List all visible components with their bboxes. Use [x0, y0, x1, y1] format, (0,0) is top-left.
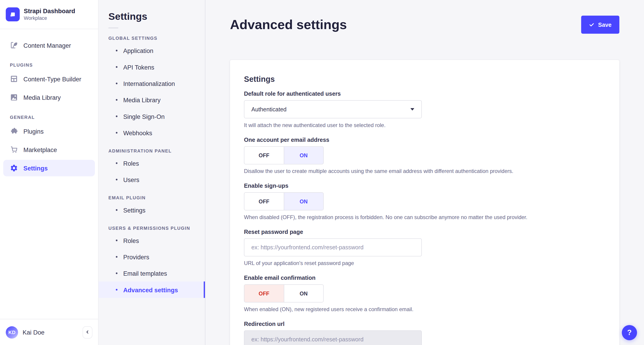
field-label: Redirection url	[244, 320, 606, 327]
brand-text: Strapi Dashboard Workplace	[24, 8, 75, 21]
subnav-item-media-library[interactable]: Media Library	[98, 92, 205, 108]
sidebar-user-footer: KD Kai Doe	[0, 319, 98, 345]
toggle-off-option[interactable]: OFF	[244, 147, 284, 164]
toggle-off-option[interactable]: OFF	[244, 193, 284, 210]
help-button[interactable]: ?	[622, 325, 637, 340]
settings-card: Settings Default role for authenticated …	[230, 60, 620, 345]
default-role-select[interactable]: Authenticated	[244, 100, 422, 118]
sidebar-item-plugins[interactable]: Plugins	[3, 123, 95, 139]
sidebar-item-label: Plugins	[24, 128, 44, 135]
sidebar-item-label: Content-Type Builder	[24, 76, 81, 83]
media-library-icon	[10, 93, 18, 101]
reset-password-page-input[interactable]	[244, 238, 422, 257]
field-hint: It will attach the new authenticated use…	[244, 122, 606, 128]
page-title: Advanced settings	[230, 16, 347, 33]
redirection-url-input	[244, 330, 422, 345]
strapi-logo-icon	[6, 8, 20, 21]
subnav-item-webhooks[interactable]: Webhooks	[98, 125, 205, 141]
subnav-item-admin-users[interactable]: Users	[98, 171, 205, 188]
bullet-icon	[116, 179, 118, 180]
field-label: Enable email confirmation	[244, 274, 606, 281]
bullet-icon	[116, 162, 118, 164]
bullet-icon	[116, 256, 118, 257]
sidebar-item-media-library[interactable]: Media Library	[3, 89, 95, 106]
content-type-builder-icon	[10, 75, 18, 83]
subnav-item-providers[interactable]: Providers	[98, 249, 205, 265]
subnav-item-admin-roles[interactable]: Roles	[98, 155, 205, 171]
collapse-sidebar-button[interactable]	[82, 326, 92, 338]
sidebar-item-label: Media Library	[24, 94, 61, 101]
toggle-on-option[interactable]: ON	[284, 147, 323, 164]
sidebar-item-label: Content Manager	[24, 42, 71, 49]
bullet-icon	[116, 83, 118, 84]
field-hint: Disallow the user to create multiple acc…	[244, 168, 606, 174]
one-account-per-email-toggle: OFF ON	[244, 146, 324, 165]
sidebar-item-label: Settings	[24, 165, 48, 172]
subnav-section-title: EMAIL PLUGIN	[108, 195, 195, 200]
subnav-item-label: Single Sign-On	[123, 113, 164, 120]
field-reset-password-page: Reset password page URL of your applicat…	[244, 228, 606, 266]
subnav-item-label: Application	[123, 47, 153, 54]
field-label: One account per email address	[244, 136, 606, 143]
subnav-item-label: Roles	[123, 160, 139, 167]
subnav-section-global-settings: GLOBAL SETTINGS Application API Tokens I…	[98, 36, 205, 141]
field-enable-email-confirmation: Enable email confirmation OFF ON When en…	[244, 274, 606, 312]
subnav-item-label: Internationalization	[123, 80, 175, 87]
settings-subnav: Settings GLOBAL SETTINGS Application API…	[98, 0, 205, 345]
brand-workspace: Workplace	[24, 15, 75, 21]
subnav-item-internationalization[interactable]: Internationalization	[98, 75, 205, 92]
content-manager-icon	[10, 41, 18, 49]
subnav-section-users-permissions-plugin: USERS & PERMISSIONS PLUGIN Roles Provide…	[98, 226, 205, 298]
enable-sign-ups-toggle: OFF ON	[244, 192, 324, 210]
subnav-item-label: Roles	[123, 237, 139, 244]
workspace-switcher[interactable]: Strapi Dashboard Workplace	[0, 0, 98, 29]
marketplace-cart-icon	[10, 145, 18, 154]
bullet-icon	[116, 99, 118, 101]
main-content: Advanced settings Save Settings Default …	[205, 0, 644, 345]
avatar: KD	[6, 326, 18, 338]
subnav-item-api-tokens[interactable]: API Tokens	[98, 59, 205, 75]
toggle-on-option[interactable]: ON	[284, 193, 323, 210]
check-icon	[589, 22, 594, 28]
bullet-icon	[116, 50, 118, 51]
bullet-icon	[116, 239, 118, 241]
subnav-item-label: Email templates	[123, 270, 167, 277]
save-button-label: Save	[598, 21, 612, 28]
field-hint: When enabled (ON), new registered users …	[244, 306, 606, 312]
primary-nav-list: Content Manager PLUGINS Content-Type Bui…	[0, 29, 98, 319]
field-default-role: Default role for authenticated users Aut…	[244, 91, 606, 128]
subnav-item-label: Providers	[123, 253, 149, 260]
sidebar-section-plugins: PLUGINS	[10, 63, 88, 68]
field-hint: When disabled (OFF), the registration pr…	[244, 214, 606, 220]
save-button[interactable]: Save	[581, 16, 620, 34]
subnav-item-label: Settings	[123, 207, 146, 214]
subnav-item-label: Users	[123, 176, 139, 183]
field-redirection-url: Redirection url	[244, 320, 606, 345]
settings-gear-icon	[10, 164, 18, 172]
app-viewport: Strapi Dashboard Workplace Content Manag…	[0, 0, 644, 345]
subnav-item-application[interactable]: Application	[98, 42, 205, 59]
subnav-section-title: GLOBAL SETTINGS	[108, 36, 195, 41]
sidebar-item-content-type-builder[interactable]: Content-Type Builder	[3, 71, 95, 87]
subnav-item-label: Webhooks	[123, 129, 152, 136]
subnav-item-label: Media Library	[123, 96, 160, 103]
toggle-off-option[interactable]: OFF	[244, 285, 284, 302]
select-value: Authenticated	[252, 106, 287, 113]
field-hint: URL of your application's reset password…	[244, 260, 606, 266]
toggle-on-option[interactable]: ON	[284, 285, 323, 302]
bullet-icon	[116, 209, 118, 211]
subnav-item-advanced-settings[interactable]: Advanced settings	[98, 282, 205, 298]
primary-sidebar: Strapi Dashboard Workplace Content Manag…	[0, 0, 98, 345]
subnav-section-title: USERS & PERMISSIONS PLUGIN	[108, 226, 195, 231]
subnav-section-email-plugin: EMAIL PLUGIN Settings	[98, 195, 205, 218]
sidebar-item-settings[interactable]: Settings	[3, 160, 95, 176]
subnav-item-email-settings[interactable]: Settings	[98, 202, 205, 218]
sidebar-item-marketplace[interactable]: Marketplace	[3, 141, 95, 158]
sidebar-item-content-manager[interactable]: Content Manager	[3, 37, 95, 53]
subnav-item-single-sign-on[interactable]: Single Sign-On	[98, 108, 205, 125]
sidebar-section-general: GENERAL	[10, 115, 88, 120]
chevron-left-icon	[85, 329, 90, 336]
bullet-icon	[116, 115, 118, 117]
subnav-item-email-templates[interactable]: Email templates	[98, 265, 205, 281]
subnav-item-up-roles[interactable]: Roles	[98, 232, 205, 249]
